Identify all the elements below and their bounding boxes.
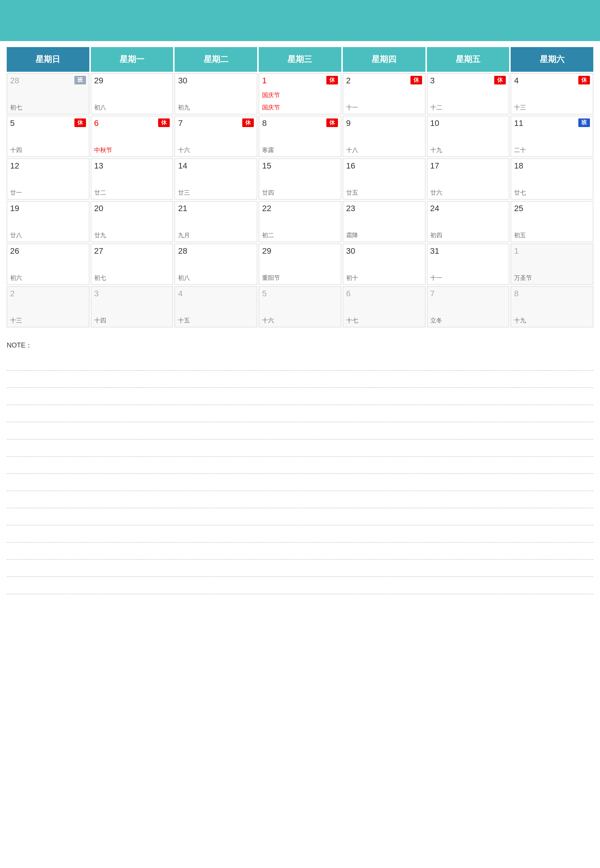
- calendar-cell: 11班二十: [511, 116, 593, 157]
- cell-lunar: 十四: [10, 147, 22, 154]
- cell-date: 29: [262, 246, 271, 256]
- cell-date: 5: [262, 289, 267, 299]
- cell-badge: 休: [158, 118, 170, 127]
- cell-top: 8: [514, 289, 590, 299]
- calendar-cell: 6休中秋节: [91, 116, 173, 157]
- calendar-cell: 3十四: [91, 286, 173, 327]
- calendar-cell: 5十六: [259, 286, 341, 327]
- cell-date: 30: [178, 76, 187, 86]
- calendar-cell: 12廿一: [7, 159, 89, 200]
- note-line: [7, 388, 593, 405]
- cell-date: 9: [346, 118, 351, 128]
- cell-top: 8休: [262, 118, 338, 128]
- cell-date: 4: [178, 289, 182, 299]
- cell-badge: 休: [578, 76, 590, 85]
- cell-lunar: 十八: [346, 147, 358, 154]
- calendar-cell: 28初八: [174, 243, 257, 285]
- calendar-cell: 4十五: [174, 286, 257, 327]
- cell-lunar: 初五: [514, 232, 526, 239]
- calendar-wrap: 星期日 星期一 星期二 星期三 星期四 星期五 星期六 28班初七29初八30初…: [0, 41, 600, 330]
- cell-top: 28: [178, 246, 254, 256]
- calendar-cell: 2休十一: [343, 73, 426, 114]
- cell-date: 23: [346, 204, 355, 213]
- cell-lunar: 初二: [262, 232, 274, 239]
- cell-top: 7休: [178, 118, 254, 128]
- cell-badge: 休: [411, 76, 422, 85]
- cell-top: 24: [430, 204, 506, 213]
- cell-top: 28班: [10, 76, 86, 86]
- cell-date: 29: [94, 76, 103, 86]
- cell-top: 11班: [514, 118, 590, 128]
- calendar-cell: 29重阳节: [259, 243, 341, 285]
- cell-lunar: 寒露: [262, 147, 274, 154]
- header-wednesday: 星期三: [259, 47, 341, 72]
- cell-lunar: 廿二: [94, 189, 106, 197]
- calendar-cell: 25初五: [511, 201, 593, 242]
- header-thursday: 星期四: [343, 47, 426, 72]
- calendar-cell: 6十七: [343, 286, 426, 327]
- cell-lunar: 中秋节: [94, 147, 112, 154]
- cell-lunar: 十七: [346, 317, 358, 325]
- calendar-cell: 14廿三: [174, 159, 257, 200]
- cell-lunar: 九月: [178, 232, 190, 239]
- calendar-cell: 17廿六: [427, 159, 509, 200]
- cell-top: 15: [262, 161, 338, 171]
- cell-lunar: 初九: [178, 104, 190, 112]
- cell-lunar: 廿六: [430, 189, 442, 197]
- cell-badge: 班: [74, 76, 86, 85]
- cell-date: 21: [178, 204, 187, 213]
- cell-date: 1: [514, 246, 518, 256]
- calendar-cell: 8十九: [511, 286, 593, 327]
- cell-top: 23: [346, 204, 422, 213]
- header-monday: 星期一: [91, 47, 173, 72]
- cell-date: 19: [10, 204, 19, 213]
- cell-lunar: 十五: [178, 317, 190, 325]
- calendar-cell: 1休国庆节国庆节: [259, 73, 341, 114]
- cell-date: 24: [430, 204, 439, 213]
- cell-lunar: 十三: [10, 317, 22, 325]
- cell-lunar: 十六: [262, 317, 274, 325]
- calendar-cell: 23霜降: [343, 201, 426, 242]
- cell-date: 3: [94, 289, 99, 299]
- cell-top: 2: [10, 289, 86, 299]
- cell-date: 8: [514, 289, 518, 299]
- cell-lunar: 万圣节: [514, 274, 532, 282]
- cell-lunar: 初八: [94, 104, 106, 112]
- cell-top: 29: [262, 246, 338, 256]
- cell-date: 25: [514, 204, 523, 213]
- cell-badge: 休: [74, 118, 86, 127]
- cell-date: 6: [346, 289, 351, 299]
- cell-top: 20: [94, 204, 170, 213]
- cell-lunar: 初六: [10, 274, 22, 282]
- header-sunday: 星期日: [7, 47, 89, 72]
- cell-lunar: 初八: [178, 274, 190, 282]
- cell-top: 5休: [10, 118, 86, 128]
- cell-top: 12: [10, 161, 86, 171]
- cell-lunar: 初七: [94, 274, 106, 282]
- cell-top: 27: [94, 246, 170, 256]
- cell-lunar: 霜降: [346, 232, 358, 239]
- calendar-cell: 26初六: [7, 243, 89, 285]
- cell-date: 20: [94, 204, 103, 213]
- cell-top: 18: [514, 161, 590, 171]
- cell-date: 16: [346, 161, 355, 171]
- calendar-cell: 21九月: [174, 201, 257, 242]
- cell-date: 27: [94, 246, 103, 256]
- cell-date: 13: [94, 161, 103, 171]
- cell-date: 2: [10, 289, 15, 299]
- note-line: [7, 491, 593, 508]
- cell-badge: 休: [242, 118, 254, 127]
- cell-lunar: 廿九: [94, 232, 106, 239]
- cell-date: 3: [430, 76, 435, 86]
- note-lines: [7, 354, 593, 594]
- calendar-cell: 1万圣节: [511, 243, 593, 285]
- cell-top: 13: [94, 161, 170, 171]
- calendar-cell: 2十三: [7, 286, 89, 327]
- cell-lunar: 廿七: [514, 189, 526, 197]
- note-section: NOTE：: [0, 334, 600, 594]
- cell-date: 12: [10, 161, 19, 171]
- cell-date: 10: [430, 118, 439, 128]
- cell-date: 22: [262, 204, 271, 213]
- cell-top: 25: [514, 204, 590, 213]
- calendar-cell: 19廿八: [7, 201, 89, 242]
